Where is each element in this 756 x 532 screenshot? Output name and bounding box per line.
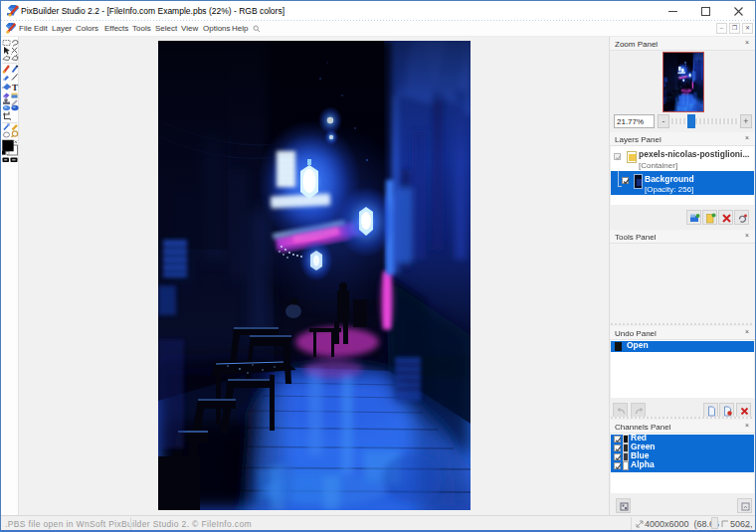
- svg-text:T: T: [12, 83, 18, 92]
